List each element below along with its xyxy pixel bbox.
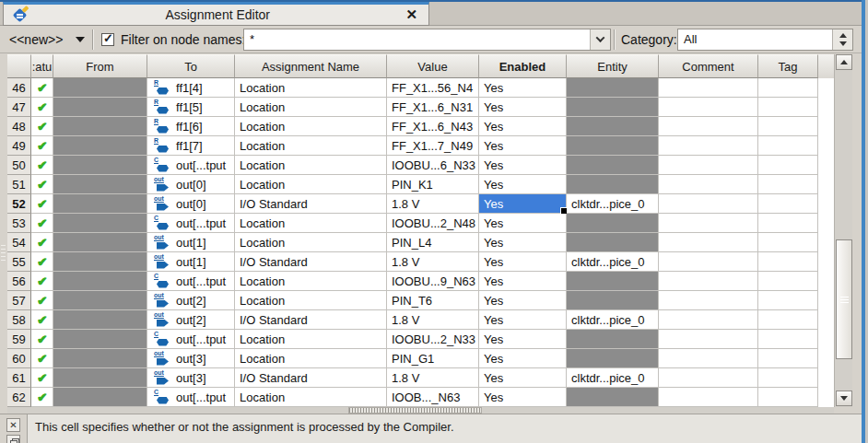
row-number[interactable]: 49 [7,136,31,156]
from-cell[interactable] [53,291,147,310]
from-cell[interactable] [53,156,147,175]
tag-cell[interactable] [758,368,818,388]
from-cell[interactable] [53,117,147,136]
tag-cell[interactable] [758,136,818,156]
from-cell[interactable] [53,310,147,330]
tag-cell[interactable] [758,78,818,98]
category-combobox[interactable]: All [677,29,853,51]
to-cell[interactable]: out out[3] [147,349,235,368]
entity-cell[interactable] [567,349,659,368]
comment-cell[interactable] [659,156,758,175]
value-cell[interactable]: 1.8 V [387,252,479,272]
to-cell[interactable]: out out[2] [147,291,235,310]
assignment-name-cell[interactable]: Location [235,175,387,194]
comment-cell[interactable] [659,388,758,407]
row-number[interactable]: 55 [7,252,31,272]
column-header-corner[interactable] [7,54,31,78]
entity-cell[interactable] [567,98,659,117]
value-cell[interactable]: FF_X1...7_N49 [387,136,479,156]
left-splitter[interactable] [0,53,7,414]
column-header-comment[interactable]: Comment [659,54,758,78]
value-cell[interactable]: 1.8 V [387,310,479,330]
enabled-cell[interactable]: Yes [479,78,567,98]
enabled-cell[interactable]: Yes [479,291,567,310]
horizontal-scrollbar[interactable] [7,407,834,414]
comment-cell[interactable] [659,310,758,330]
value-cell[interactable]: 1.8 V [387,368,479,388]
comment-cell[interactable] [659,98,758,117]
enabled-cell[interactable]: Yes [479,156,567,175]
new-assignment-selector[interactable]: <<new>> [9,32,63,47]
entity-cell[interactable]: clktdr...pice_0 [567,310,659,330]
status-cell[interactable]: ✔ [31,310,53,330]
entity-cell[interactable] [567,272,659,291]
status-cell[interactable]: ✔ [31,98,53,117]
value-cell[interactable]: IOOBU...2_N33 [387,330,479,349]
assignment-name-cell[interactable]: Location [235,117,387,136]
comment-cell[interactable] [659,252,758,272]
comment-cell[interactable] [659,214,758,233]
enabled-cell[interactable]: Yes [479,194,567,214]
scroll-down-button[interactable] [836,391,852,406]
comment-cell[interactable] [659,233,758,252]
from-cell[interactable] [53,349,147,368]
assignment-name-cell[interactable]: I/O Standard [235,368,387,388]
to-cell[interactable]: R ff1[7] [147,136,235,156]
enabled-cell[interactable]: Yes [479,388,567,407]
value-cell[interactable]: IOOBU...2_N48 [387,214,479,233]
entity-cell[interactable] [567,136,659,156]
status-cell[interactable]: ✔ [31,214,53,233]
node-filter-input[interactable] [244,32,590,46]
status-cell[interactable]: ✔ [31,291,53,310]
status-cell[interactable]: ✔ [31,330,53,349]
close-message-pane-button[interactable]: ✕ [6,418,20,432]
value-cell[interactable]: IOOB..._N63 [387,388,479,407]
from-cell[interactable] [53,98,147,117]
enabled-cell[interactable]: Yes [479,272,567,291]
row-number[interactable]: 61 [7,368,31,388]
status-cell[interactable]: ✔ [31,136,53,156]
row-number[interactable]: 48 [7,117,31,136]
column-header-to[interactable]: To [147,54,235,78]
status-cell[interactable]: ✔ [31,117,53,136]
column-header-value[interactable]: Value [387,54,479,78]
to-cell[interactable]: R ff1[6] [147,117,235,136]
tag-cell[interactable] [758,175,818,194]
assignment-name-cell[interactable]: Location [235,156,387,175]
vertical-scrollbar-thumb[interactable] [836,239,852,359]
row-number[interactable]: 47 [7,98,31,117]
tab-assignment-editor[interactable]: Assignment Editor ✕ [3,2,429,26]
value-cell[interactable]: PIN_K1 [387,175,479,194]
row-number[interactable]: 50 [7,156,31,175]
value-cell[interactable]: FF_X1...6_N31 [387,98,479,117]
row-number[interactable]: 58 [7,310,31,330]
enabled-cell[interactable]: Yes [479,117,567,136]
column-header-tag[interactable]: Tag [758,54,818,78]
row-number[interactable]: 59 [7,330,31,349]
status-cell[interactable]: ✔ [31,194,53,214]
filter-checkbox[interactable]: ✓ [101,33,114,46]
from-cell[interactable] [53,136,147,156]
assignment-name-cell[interactable]: Location [235,330,387,349]
from-cell[interactable] [53,368,147,388]
assignment-name-cell[interactable]: Location [235,349,387,368]
to-cell[interactable]: out out[1] [147,252,235,272]
column-header-enabled[interactable]: Enabled [479,54,567,78]
from-cell[interactable] [53,272,147,291]
comment-cell[interactable] [659,349,758,368]
tag-cell[interactable] [758,117,818,136]
comment-cell[interactable] [659,117,758,136]
row-number[interactable]: 56 [7,272,31,291]
comment-cell[interactable] [659,175,758,194]
to-cell[interactable]: C out[...tput [147,388,235,407]
to-cell[interactable]: out out[0] [147,194,235,214]
entity-cell[interactable] [567,156,659,175]
assignment-name-cell[interactable]: I/O Standard [235,310,387,330]
assignment-name-cell[interactable]: Location [235,214,387,233]
row-number[interactable]: 46 [7,78,31,98]
tag-cell[interactable] [758,330,818,349]
entity-cell[interactable] [567,388,659,407]
entity-cell[interactable] [567,214,659,233]
entity-cell[interactable] [567,175,659,194]
vertical-scrollbar[interactable] [834,54,852,407]
